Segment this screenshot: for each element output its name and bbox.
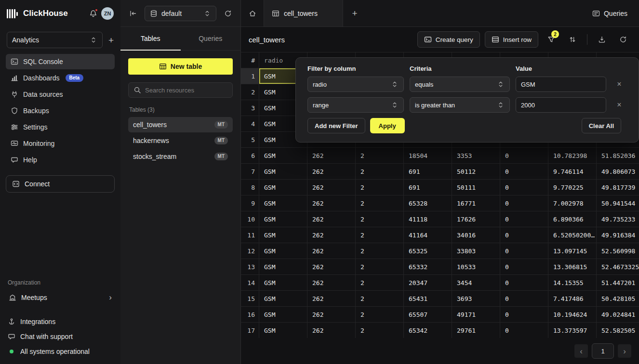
data-cell[interactable]: GSM [259, 195, 307, 211]
filter-column-select[interactable]: radio [307, 77, 404, 92]
data-cell[interactable]: 65328 [404, 195, 452, 211]
data-cell[interactable]: GSM [259, 211, 307, 227]
row-number[interactable]: 15 [241, 291, 259, 307]
tab-cell-towers[interactable]: cell_towers [264, 0, 343, 26]
data-cell[interactable]: 262 [307, 195, 356, 211]
data-cell[interactable]: GSM [259, 259, 307, 275]
add-new-filter-button[interactable]: Add new Filter [307, 118, 365, 133]
data-cell[interactable]: 0 [500, 164, 548, 180]
data-cell[interactable]: 13.306815 [548, 259, 597, 275]
data-cell[interactable]: GSM [259, 323, 307, 338]
new-tab-button[interactable]: + [343, 0, 366, 26]
data-cell[interactable]: 0 [500, 307, 548, 323]
data-cell[interactable]: 262 [307, 323, 356, 338]
data-cell[interactable]: 49.817739 [597, 180, 639, 195]
data-cell[interactable]: 3353 [452, 148, 500, 164]
footer-item-all-systems-operational[interactable]: All systems operational [8, 348, 113, 355]
data-cell[interactable]: 49.916384 [597, 227, 639, 243]
sidebar-item-sql-console[interactable]: SQL Console [6, 54, 115, 69]
data-cell[interactable]: GSM [259, 243, 307, 259]
data-cell[interactable]: 7.002978 [548, 195, 597, 211]
refresh-button[interactable] [615, 31, 631, 48]
data-cell[interactable]: 2 [356, 259, 404, 275]
search-input[interactable] [145, 87, 227, 94]
data-cell[interactable]: GSM [259, 275, 307, 291]
clear-all-filters-button[interactable]: Clear All [582, 118, 621, 133]
row-number[interactable]: 4 [241, 116, 259, 132]
data-cell[interactable]: 2 [356, 275, 404, 291]
data-cell[interactable]: 49171 [452, 307, 500, 323]
row-number[interactable]: 9 [241, 195, 259, 211]
sidebar-item-monitoring[interactable]: Monitoring [6, 136, 115, 151]
data-cell[interactable]: 29761 [452, 323, 500, 338]
data-cell[interactable]: 2 [356, 211, 404, 227]
data-cell[interactable]: 262 [307, 180, 356, 195]
collapse-panel-icon[interactable] [129, 10, 137, 17]
data-cell[interactable]: 51.447201 [597, 275, 639, 291]
table-item-stocks_stream[interactable]: stocks_streamMT [128, 149, 233, 164]
data-cell[interactable]: GSM [259, 148, 307, 164]
tab-tables[interactable]: Tables [120, 27, 181, 50]
avatar[interactable]: ZN [101, 7, 114, 20]
data-cell[interactable]: 49.735233 [597, 211, 639, 227]
data-cell[interactable]: 262 [307, 164, 356, 180]
prev-page-button[interactable]: ‹ [574, 344, 588, 358]
footer-item-integrations[interactable]: Integrations [8, 318, 113, 325]
data-cell[interactable]: 0 [500, 323, 548, 338]
row-number[interactable]: 5 [241, 132, 259, 148]
insert-row-button[interactable]: Insert row [485, 31, 538, 48]
filter-button[interactable]: 2 [543, 31, 559, 48]
data-cell[interactable]: 52.560998 [597, 243, 639, 259]
filter-criteria-select[interactable]: equals [410, 77, 510, 92]
data-cell[interactable]: GSM [259, 291, 307, 307]
data-cell[interactable]: 6.52050200… [548, 227, 597, 243]
row-number[interactable]: 14 [241, 275, 259, 291]
data-cell[interactable]: 50112 [452, 164, 500, 180]
row-number[interactable]: 7 [241, 164, 259, 180]
data-cell[interactable]: 10.782398 [548, 148, 597, 164]
data-cell[interactable]: 52.582505 [597, 323, 639, 338]
data-cell[interactable]: 0 [500, 227, 548, 243]
data-cell[interactable]: 7.417486 [548, 291, 597, 307]
table-item-hackernews[interactable]: hackernewsMT [128, 133, 233, 148]
data-cell[interactable]: 262 [307, 148, 356, 164]
data-cell[interactable]: 65507 [404, 307, 452, 323]
data-cell[interactable]: 50111 [452, 180, 500, 195]
filter-column-select[interactable]: range [307, 97, 404, 113]
data-cell[interactable]: 33803 [452, 243, 500, 259]
data-cell[interactable]: 3454 [452, 275, 500, 291]
add-workspace-button[interactable]: + [108, 36, 114, 45]
data-cell[interactable]: 2 [356, 291, 404, 307]
data-cell[interactable]: 262 [307, 307, 356, 323]
data-cell[interactable]: 49.806073 [597, 164, 639, 180]
sidebar-item-settings[interactable]: Settings [6, 119, 115, 135]
data-cell[interactable]: 51.852036 [597, 148, 639, 164]
row-number[interactable]: 2 [241, 84, 259, 100]
data-cell[interactable]: 2 [356, 195, 404, 211]
new-table-button[interactable]: New table [128, 58, 233, 75]
data-cell[interactable]: 691 [404, 164, 452, 180]
sidebar-item-data-sources[interactable]: Data sources [6, 87, 115, 102]
refresh-tables-icon[interactable] [224, 10, 232, 17]
sidebar-item-help[interactable]: Help [6, 152, 115, 168]
apply-filter-button[interactable]: Apply [370, 118, 405, 133]
data-cell[interactable]: 9.770225 [548, 180, 597, 195]
column-header-#[interactable]: # [241, 52, 259, 68]
data-cell[interactable]: 16771 [452, 195, 500, 211]
data-cell[interactable]: 2 [356, 180, 404, 195]
database-select[interactable]: default [145, 6, 216, 21]
filter-criteria-select[interactable]: is greater than [410, 97, 510, 113]
data-cell[interactable]: 0 [500, 259, 548, 275]
sort-button[interactable] [564, 31, 581, 48]
data-cell[interactable]: 262 [307, 211, 356, 227]
data-cell[interactable]: 262 [307, 227, 356, 243]
row-number[interactable]: 3 [241, 100, 259, 116]
data-cell[interactable]: 262 [307, 243, 356, 259]
data-cell[interactable]: 10.194624 [548, 307, 597, 323]
data-cell[interactable]: 262 [307, 259, 356, 275]
remove-filter-button[interactable]: × [612, 80, 626, 88]
row-number[interactable]: 10 [241, 211, 259, 227]
data-cell[interactable]: 49.024841 [597, 307, 639, 323]
data-cell[interactable]: GSM [259, 180, 307, 195]
data-cell[interactable]: 20347 [404, 275, 452, 291]
